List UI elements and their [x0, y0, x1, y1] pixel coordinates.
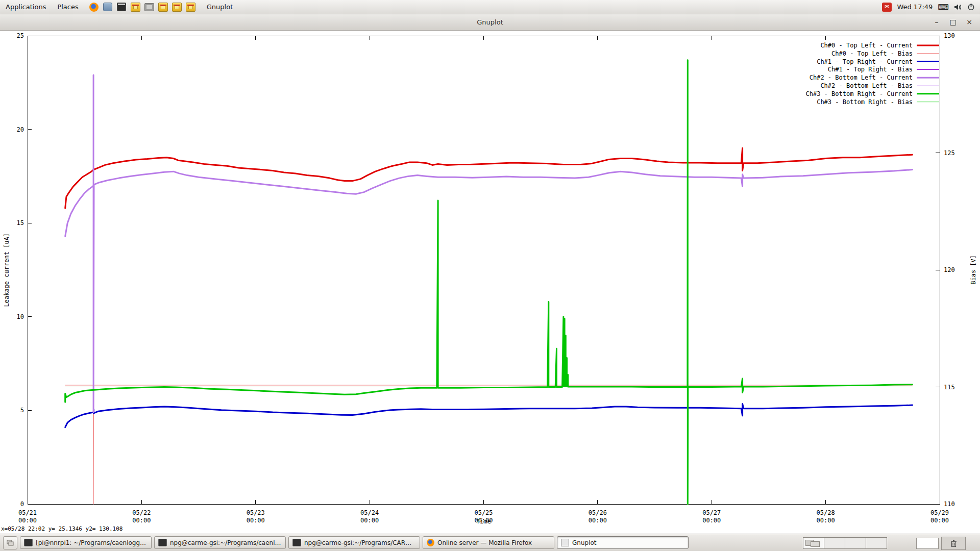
legend-entry: Ch#3 - Bottom Right - Current: [805, 90, 913, 97]
task-button-terminal-1[interactable]: [pi@nnrpi1: ~/Programs/caenlogger]: [20, 536, 152, 549]
svg-text:05/21: 05/21: [18, 509, 37, 516]
svg-text:125: 125: [944, 149, 955, 157]
mouse-coordinates-readout: x=05/28 22:02 y= 25.1346 y2= 130.108: [1, 525, 122, 532]
legend-entry: Ch#1 - Top Right - Current: [817, 58, 913, 65]
top-panel: Applications Places Gnuplot ✉ Wed 17:49 …: [0, 0, 980, 14]
svg-text:05/25: 05/25: [474, 509, 493, 516]
gnuplot-icon: [561, 539, 569, 546]
firefox-icon[interactable]: [89, 3, 99, 12]
modas-icon-1[interactable]: [131, 3, 140, 12]
svg-text:115: 115: [944, 384, 955, 391]
terminal-icon[interactable]: [117, 3, 127, 12]
show-desktop-icon: [7, 540, 14, 546]
task-button-firefox[interactable]: Online server — Mozilla Firefox: [423, 536, 554, 549]
plot-svg: 05/2100:0005/2200:0005/2300:0005/2400:00…: [0, 30, 980, 534]
svg-text:130: 130: [944, 32, 955, 39]
gnuplot-plot-area[interactable]: 05/2100:0005/2200:0005/2300:0005/2400:00…: [0, 30, 980, 534]
task-button-terminal-2[interactable]: npg@carme-gsi:~/Programs/caenlog...: [154, 536, 286, 549]
legend-entry: Ch#0 - Top Left - Current: [820, 42, 913, 49]
y2-axis-label: Bias [V]: [970, 36, 977, 504]
bottom-taskbar: [pi@nnrpi1: ~/Programs/caenlogger] npg@c…: [0, 534, 980, 551]
modas-icon-2[interactable]: [158, 3, 168, 12]
workspace-3[interactable]: [845, 537, 866, 549]
files-icon[interactable]: [103, 3, 113, 12]
screenshot-icon[interactable]: [144, 3, 154, 12]
svg-text:05/24: 05/24: [360, 509, 379, 516]
terminal-icon: [24, 539, 33, 546]
svg-text:05/28: 05/28: [817, 509, 835, 516]
workspace-switcher: [803, 537, 887, 549]
modas-icon-4[interactable]: [186, 3, 195, 12]
workspace-2[interactable]: [824, 537, 845, 549]
svg-text:10: 10: [17, 313, 24, 320]
svg-text:110: 110: [944, 500, 955, 508]
show-desktop-button[interactable]: [3, 536, 17, 549]
panel-status-area: ✉ Wed 17:49 ⌨: [882, 3, 980, 12]
svg-text:25: 25: [17, 32, 24, 39]
trash-applet[interactable]: [941, 537, 966, 550]
terminal-icon: [292, 539, 301, 546]
minimize-button[interactable]: –: [930, 16, 943, 28]
legend-entry: Ch#2 - Bottom Left - Current: [810, 74, 913, 81]
svg-text:05/26: 05/26: [589, 509, 607, 516]
terminal-icon: [158, 539, 167, 546]
svg-text:05/23: 05/23: [247, 509, 265, 516]
legend-entry: Ch#3 - Bottom Right - Bias: [817, 98, 913, 106]
y-axis-label: Leakage current [uA]: [3, 36, 10, 504]
firefox-icon: [427, 539, 434, 546]
svg-text:15: 15: [17, 219, 24, 227]
notification-icon[interactable]: ✉: [882, 3, 892, 12]
legend-entry: Ch#0 - Top Left - Bias: [831, 50, 913, 57]
workspace-4[interactable]: [866, 537, 887, 549]
taskbar-applet[interactable]: [916, 538, 939, 549]
active-app-menu[interactable]: Gnuplot: [203, 3, 237, 11]
svg-text:120: 120: [944, 266, 955, 273]
x-axis-label: Time: [28, 518, 940, 525]
task-button-terminal-3[interactable]: npg@carme-gsi:~/Programs/CARME...: [288, 536, 420, 549]
svg-text:20: 20: [17, 126, 24, 133]
svg-text:05/27: 05/27: [702, 509, 721, 516]
svg-text:05/29: 05/29: [930, 509, 949, 516]
legend-entry: Ch#1 - Top Right - Bias: [828, 66, 913, 73]
volume-icon[interactable]: [954, 4, 962, 11]
places-menu[interactable]: Places: [52, 0, 84, 14]
window-title: Gnuplot: [477, 18, 503, 26]
power-icon[interactable]: [967, 3, 975, 11]
svg-text:0: 0: [20, 500, 24, 508]
svg-text:05/22: 05/22: [132, 509, 151, 516]
legend-entry: Ch#2 - Bottom Left - Bias: [820, 82, 913, 89]
modas-icon-3[interactable]: [172, 3, 182, 12]
workspace-1[interactable]: [803, 537, 824, 549]
window-controls: – □ ×: [930, 14, 976, 30]
clock[interactable]: Wed 17:49: [897, 3, 933, 11]
task-button-gnuplot[interactable]: Gnuplot: [557, 536, 689, 549]
window-titlebar[interactable]: Gnuplot – □ ×: [0, 14, 980, 31]
keyboard-icon[interactable]: ⌨: [938, 3, 949, 12]
maximize-button[interactable]: □: [946, 16, 960, 28]
applications-menu[interactable]: Applications: [0, 0, 52, 14]
panel-launchers: [89, 3, 195, 12]
close-button[interactable]: ×: [963, 16, 976, 28]
svg-text:5: 5: [20, 407, 24, 414]
trash-icon: [950, 540, 957, 547]
